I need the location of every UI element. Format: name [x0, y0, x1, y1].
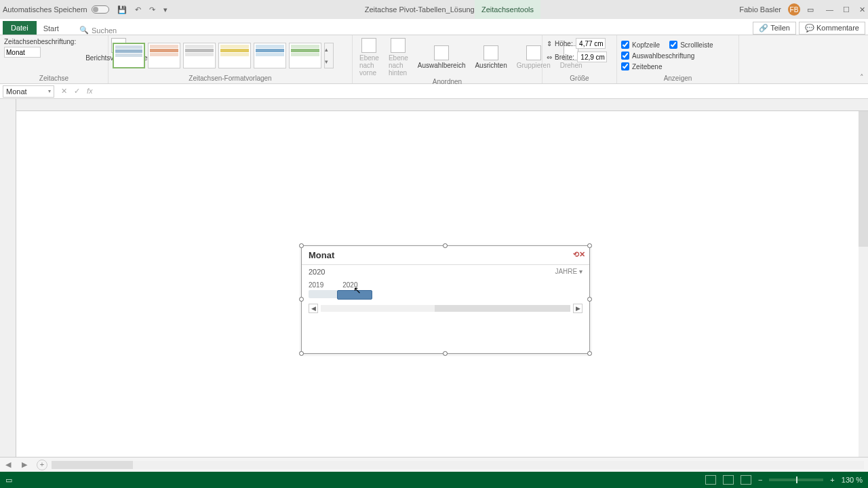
- normal-view-icon[interactable]: [705, 475, 716, 485]
- maximize-icon[interactable]: ☐: [843, 5, 850, 14]
- ribbon-tabs: Datei Start 🔍 Suchen 🔗 Teilen 💬 Kommenta…: [0, 19, 868, 35]
- user-name: Fabio Basler: [739, 5, 781, 14]
- zoom-slider[interactable]: [769, 479, 823, 481]
- share-button[interactable]: 🔗 Teilen: [753, 22, 796, 35]
- search-icon: 🔍: [79, 26, 89, 35]
- scroll-left-icon[interactable]: ◀: [309, 304, 318, 313]
- page-layout-view-icon[interactable]: [723, 475, 734, 485]
- horizontal-scrollbar[interactable]: [52, 461, 864, 469]
- close-icon[interactable]: ✕: [859, 5, 865, 14]
- redo-icon[interactable]: ↷: [149, 5, 155, 14]
- status-ready-icon: ▭: [0, 476, 18, 485]
- tell-me-search[interactable]: 🔍 Suchen: [79, 26, 117, 35]
- page-break-view-icon[interactable]: [741, 475, 751, 485]
- group-label-size: Größe: [547, 73, 612, 82]
- col-headers[interactable]: [16, 99, 868, 111]
- bring-forward-button[interactable]: Ebene nach vorne: [357, 38, 382, 77]
- width-input[interactable]: [577, 52, 607, 62]
- zoom-value[interactable]: 130 %: [842, 476, 863, 484]
- row-headers[interactable]: [0, 99, 16, 457]
- status-bar: ▭ − + 130 %: [0, 472, 868, 488]
- doc-title: Zeitachse Pivot-Tabellen_Lösung: [365, 5, 475, 14]
- ribbon-mode-icon[interactable]: ▭: [807, 5, 814, 14]
- width-icon: ⇔: [547, 54, 552, 61]
- caption-input[interactable]: [4, 47, 41, 58]
- qat-more-icon[interactable]: ▾: [163, 5, 167, 14]
- autosave-label: Automatisches Speichern: [3, 5, 87, 14]
- sheet-tabs: ◀ ▶ +: [0, 457, 868, 472]
- cancel-formula-icon[interactable]: ✕: [61, 87, 67, 96]
- contextual-tab-label: Zeitachsentools: [475, 0, 540, 19]
- name-box[interactable]: Monat▾: [3, 85, 54, 98]
- group-label-arrange: Anordnen: [357, 77, 538, 85]
- ribbon-tab[interactable]: Start: [37, 22, 66, 35]
- comments-button[interactable]: 💬 Kommentare: [799, 22, 865, 35]
- slicer-title: Monat: [309, 250, 334, 260]
- styles-more-icon[interactable]: ▴▾: [324, 43, 334, 68]
- slicer-level-dropdown[interactable]: JAHRE ▾: [555, 268, 583, 276]
- accept-formula-icon[interactable]: ✓: [74, 87, 80, 96]
- clear-filter-icon[interactable]: ⟲✕: [573, 250, 584, 261]
- height-input[interactable]: [576, 38, 606, 49]
- vertical-scrollbar[interactable]: [859, 111, 868, 457]
- group-icon: [526, 45, 541, 60]
- scroll-right-icon[interactable]: ▶: [573, 304, 583, 313]
- zoom-out-icon[interactable]: −: [758, 476, 762, 484]
- selection-pane-button[interactable]: Auswahlbereich: [415, 45, 469, 69]
- send-backward-icon: [391, 38, 406, 53]
- send-backward-button[interactable]: Ebene nach hinten: [386, 38, 411, 77]
- file-tab[interactable]: Datei: [3, 21, 37, 35]
- selection-pane-icon: [434, 45, 449, 60]
- minimize-icon[interactable]: —: [826, 5, 833, 14]
- cursor-icon: ↖: [353, 285, 361, 296]
- collapse-ribbon-icon[interactable]: ˄: [860, 73, 864, 82]
- group-label-styles: Zeitachsen-Formatvorlagen: [113, 73, 348, 82]
- user-avatar[interactable]: FB: [788, 3, 800, 16]
- year-label: 2019: [309, 281, 323, 289]
- header-checkbox[interactable]: Kopfzeile: [621, 41, 660, 49]
- zoom-in-icon[interactable]: +: [830, 476, 834, 484]
- title-bar: Automatisches Speichern 💾 ↶ ↷ ▾ Zeitachs…: [0, 0, 868, 19]
- height-icon: ⇕: [547, 40, 552, 47]
- autosave-toggle[interactable]: [92, 5, 109, 14]
- group-label-show: Anzeigen: [621, 73, 734, 82]
- group-label-timeline: Zeitachse: [4, 73, 104, 82]
- caption-label: Zeitachsenbeschriftung:: [4, 38, 76, 45]
- undo-icon[interactable]: ↶: [135, 5, 141, 14]
- add-sheet-button[interactable]: +: [37, 460, 47, 470]
- timeline-styles-gallery[interactable]: ▴▾: [113, 43, 334, 68]
- bring-forward-icon: [361, 38, 376, 53]
- save-icon[interactable]: 💾: [117, 5, 127, 14]
- timeline-slicer[interactable]: Monat ⟲✕ 2020 JAHRE ▾ 2019 2020 ↖ ◀ ▶: [301, 245, 590, 354]
- fx-icon[interactable]: fx: [87, 87, 93, 96]
- selection-label-checkbox[interactable]: Auswahlbeschriftung: [621, 52, 694, 60]
- scrollbar-checkbox[interactable]: Scrollleiste: [669, 41, 713, 49]
- time-level-checkbox[interactable]: Zeitebene: [621, 62, 662, 70]
- timeline-track[interactable]: ↖: [309, 290, 583, 300]
- slicer-period: 2020: [309, 268, 325, 276]
- tab-nav-next[interactable]: ▶: [16, 460, 33, 469]
- tab-nav-prev[interactable]: ◀: [0, 460, 16, 469]
- align-icon: [484, 45, 498, 60]
- align-button[interactable]: Ausrichten: [472, 45, 509, 69]
- ribbon: Zeitachsenbeschriftung: Berichtsverbindu…: [0, 35, 868, 84]
- timeline-scrollbar[interactable]: [321, 305, 570, 312]
